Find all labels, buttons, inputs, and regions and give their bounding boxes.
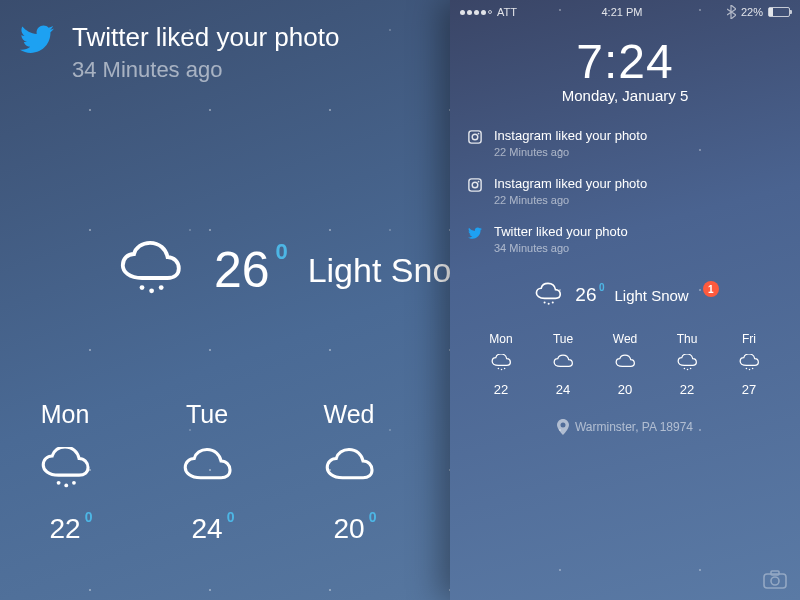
- condition-large: Light Sno: [308, 251, 452, 290]
- notification-item[interactable]: Twitter liked your photo34 Minutes ago: [468, 224, 782, 254]
- forecast-day[interactable]: Mon22: [488, 332, 514, 397]
- alert-badge[interactable]: 1: [703, 281, 719, 297]
- lockscreen-clock: 7:24 Monday, January 5: [450, 34, 800, 104]
- forecast-day-label: Tue: [550, 332, 576, 346]
- notification-time: 34 Minutes ago: [72, 57, 339, 83]
- notification-title: Twitter liked your photo: [72, 22, 339, 53]
- battery-icon: [768, 7, 790, 17]
- forecast-temp: 27: [736, 382, 762, 397]
- forecast-temp: 22: [488, 382, 514, 397]
- forecast-temp: 24: [550, 382, 576, 397]
- forecast-day-label: Mon: [488, 332, 514, 346]
- forecast-day-label: Tue: [162, 400, 252, 429]
- degree-mark: 0: [227, 509, 235, 525]
- notification-title: Twitter liked your photo: [494, 224, 628, 239]
- camera-icon[interactable]: [762, 570, 788, 590]
- twitter-icon: [468, 226, 482, 240]
- cloud-icon: [175, 447, 239, 491]
- notification-item[interactable]: Instagram liked your photo22 Minutes ago: [468, 128, 782, 158]
- notification-list: Instagram liked your photo22 Minutes ago…: [468, 128, 782, 254]
- weather-current-phone[interactable]: 260 Light Snow 1: [450, 282, 800, 312]
- notification-item[interactable]: Instagram liked your photo22 Minutes ago: [468, 176, 782, 206]
- notification-time: 22 Minutes ago: [494, 194, 647, 206]
- cloud-snow-icon: [531, 282, 565, 308]
- forecast-day[interactable]: Tue24: [550, 332, 576, 397]
- degree-mark: 0: [599, 282, 605, 293]
- forecast-temp: 220: [49, 513, 80, 545]
- signal-dots-icon: [460, 10, 492, 15]
- forecast-day-label: Thu: [674, 332, 700, 346]
- forecast-temp: 240: [191, 513, 222, 545]
- instagram-icon: [468, 178, 482, 192]
- forecast-day[interactable]: Fri27: [736, 332, 762, 397]
- clock-date: Monday, January 5: [450, 87, 800, 104]
- forecast-day[interactable]: Wed20: [612, 332, 638, 397]
- notification-time: 22 Minutes ago: [494, 146, 647, 158]
- forecast-day-label: Fri: [736, 332, 762, 346]
- twitter-icon: [20, 22, 54, 56]
- forecast-day-label: Wed: [612, 332, 638, 346]
- location-label[interactable]: Warminster, PA 18974: [450, 419, 800, 435]
- forecast-day[interactable]: Thu22: [674, 332, 700, 397]
- weather-current-large: 260 Light Sno: [110, 240, 451, 300]
- phone-lockscreen: ATT 4:21 PM 22% 7:24 Monday, January 5 I…: [450, 0, 800, 600]
- condition-phone: Light Snow: [614, 287, 688, 304]
- temperature-large: 260: [214, 241, 270, 299]
- degree-mark: 0: [369, 509, 377, 525]
- degree-mark: 0: [275, 239, 287, 265]
- forecast-phone: Mon22Tue24Wed20Thu22Fri27: [450, 312, 800, 397]
- forecast-day-label: Wed: [304, 400, 394, 429]
- notification-time: 34 Minutes ago: [494, 242, 628, 254]
- clock-time: 7:24: [450, 34, 800, 89]
- cloud-snow-icon: [33, 447, 97, 491]
- location-text: Warminster, PA 18974: [575, 420, 693, 434]
- status-bar: ATT 4:21 PM 22%: [450, 0, 800, 20]
- degree-mark: 0: [85, 509, 93, 525]
- notification-large[interactable]: Twitter liked your photo 34 Minutes ago: [20, 22, 339, 83]
- forecast-day[interactable]: Wed200: [304, 400, 394, 545]
- status-time: 4:21 PM: [601, 6, 642, 18]
- cloud-snow-icon: [488, 354, 514, 372]
- forecast-temp: 22: [674, 382, 700, 397]
- forecast-temp: 200: [333, 513, 364, 545]
- cloud-snow-icon: [736, 354, 762, 372]
- forecast-temp: 20: [612, 382, 638, 397]
- temperature-phone: 260: [575, 284, 596, 306]
- instagram-icon: [468, 130, 482, 144]
- cloud-icon: [612, 354, 638, 372]
- cloud-icon: [550, 354, 576, 372]
- carrier-label: ATT: [497, 6, 517, 18]
- forecast-day[interactable]: Tue240: [162, 400, 252, 545]
- bluetooth-icon: [727, 5, 736, 19]
- battery-percent: 22%: [741, 6, 763, 18]
- notification-title: Instagram liked your photo: [494, 128, 647, 143]
- forecast-day[interactable]: Mon220: [20, 400, 110, 545]
- temp-value: 26: [575, 284, 596, 305]
- notification-title: Instagram liked your photo: [494, 176, 647, 191]
- forecast-day-label: Mon: [20, 400, 110, 429]
- cloud-icon: [317, 447, 381, 491]
- temp-value: 26: [214, 242, 270, 298]
- cloud-snow-icon: [674, 354, 700, 372]
- pin-icon: [557, 419, 569, 435]
- cloud-snow-icon: [110, 240, 190, 300]
